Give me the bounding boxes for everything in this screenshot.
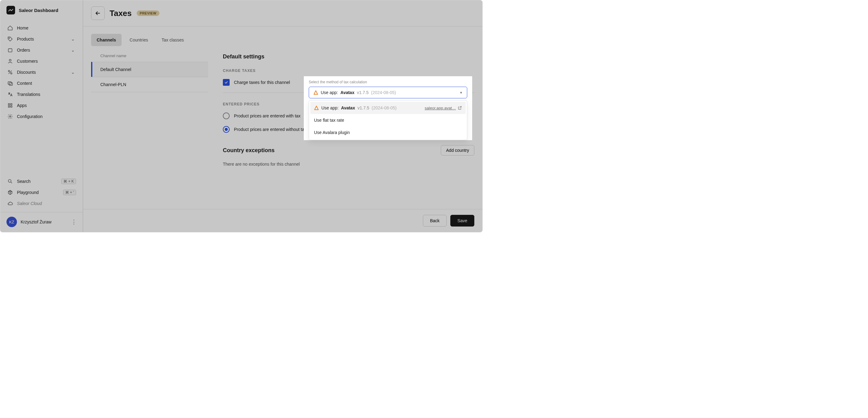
gear-icon [7,113,13,119]
option-label: Use Avalara plugin [314,130,350,135]
sidebar-item-label: Discounts [17,70,36,75]
dropdown-option-avatax[interactable]: Use app: Avatax v1.7.5 (2024-08-05) sale… [310,102,466,114]
option-link-text: saleor.app.avat… [425,106,456,110]
no-exceptions-text: There are no exceptions for this channel [223,162,474,167]
tab-countries[interactable]: Countries [124,34,154,46]
external-link-icon [458,106,462,110]
cloud-icon [7,200,13,207]
sidebar-item-label: Apps [17,103,27,108]
option-app-name: Avatax [341,105,355,110]
option-version: v1.7.5 [358,105,369,110]
user-icon [7,58,13,64]
select-label: Select the method of tax calculation [309,80,467,84]
option-label: Use flat tax rate [314,118,344,123]
sidebar-item-label: Products [17,37,34,41]
charge-taxes-label: Charge taxes for this channel [234,80,290,85]
dropdown-option-avalara[interactable]: Use Avalara plugin [310,126,466,139]
back-form-button[interactable]: Back [423,215,446,227]
search-kbd: ⌘ + K [61,179,76,184]
bottom-bar: Back Save [83,209,482,232]
svg-rect-6 [9,83,12,85]
sidebar-item-label: Content [17,81,32,86]
svg-point-4 [11,73,12,74]
tab-channels[interactable]: Channels [91,34,122,46]
tabs: Channels Countries Tax classes [91,34,474,46]
tab-tax-classes[interactable]: Tax classes [156,34,189,46]
sidebar-item-label: Search [17,179,30,184]
sidebar-item-label: Playground [17,190,39,195]
nav-bottom: Search ⌘ + K Playground ⌘ + ' Saleor Clo… [0,175,83,210]
sidebar-item-orders[interactable]: Orders ⌄ [3,44,80,56]
sidebar-item-search[interactable]: Search ⌘ + K [3,176,80,187]
preview-badge: PREVIEW [137,10,159,16]
brand: Saleor Dashboard [0,5,83,20]
sidebar-item-products[interactable]: Products ⌄ [3,34,80,44]
sidebar-item-label: Configuration [17,114,42,119]
orders-icon [7,47,13,53]
charge-taxes-heading: CHARGE TAXES [223,69,474,73]
content-icon [7,80,13,86]
add-country-button[interactable]: Add country [441,145,474,155]
playground-kbd: ⌘ + ' [63,189,76,195]
channel-list: Channel name Default Channel Channel-PLN [91,54,208,167]
sidebar-item-cloud[interactable]: Saleor Cloud [3,198,80,209]
tag-icon [7,36,13,42]
avatax-icon [314,105,319,110]
option-avatax-link[interactable]: saleor.app.avat… [425,106,462,110]
translate-icon [7,91,13,97]
back-button[interactable] [91,6,105,20]
select-version: v1.7.5 [357,90,368,95]
sidebar-item-apps[interactable]: Apps [3,100,80,111]
tax-method-select-group: Select the method of tax calculation Use… [304,76,472,140]
sidebar-item-content[interactable]: Content [3,78,80,89]
page-title: Taxes [110,9,132,18]
sidebar-item-customers[interactable]: Customers [3,56,80,67]
user-menu-button[interactable]: ⋮ [71,218,76,225]
prices-with-tax-label: Product prices are entered with tax [234,113,301,118]
sidebar: Saleor Dashboard Home Products ⌄ Orders … [0,0,83,232]
sidebar-item-label: Customers [17,59,38,64]
save-button[interactable]: Save [450,215,474,227]
sidebar-item-label: Saleor Cloud [17,201,42,206]
channel-item[interactable]: Default Channel [91,62,208,77]
user-name: Krzysztof Żuraw [21,219,52,224]
settings-title: Default settings [223,54,474,60]
option-date: (2024-08-05) [372,105,397,110]
svg-rect-8 [11,104,12,105]
chevron-down-icon: ⌄ [70,36,76,42]
brand-logo [6,6,15,14]
topbar: Taxes PREVIEW [83,0,482,27]
user-row: KŻ Krzysztof Żuraw ⋮ [0,212,83,228]
home-icon [7,25,13,31]
option-use-app: Use app: [321,105,339,110]
svg-point-0 [9,38,9,38]
sidebar-item-playground[interactable]: Playground ⌘ + ' [3,187,80,198]
prices-without-tax-radio[interactable] [223,126,229,133]
charge-taxes-checkbox[interactable] [223,79,229,86]
sidebar-item-label: Orders [17,48,30,53]
svg-rect-5 [8,82,11,84]
channel-item[interactable]: Channel-PLN [91,77,208,92]
nav-main: Home Products ⌄ Orders ⌄ Customers Disco… [0,20,83,175]
prices-without-tax-label: Product prices are entered without tax [234,127,307,132]
tax-method-dropdown: Use app: Avatax v1.7.5 (2024-08-05) sale… [309,100,467,140]
select-use-app: Use app: [321,90,338,95]
search-icon [7,178,13,184]
svg-rect-10 [11,106,12,108]
sidebar-item-configuration[interactable]: Configuration [3,111,80,122]
sidebar-item-home[interactable]: Home [3,23,80,34]
sidebar-item-translations[interactable]: Translations [3,89,80,100]
prices-with-tax-radio[interactable] [223,112,229,119]
svg-point-11 [9,116,11,117]
chevron-down-icon: ⌄ [70,47,76,53]
avatar: KŻ [6,217,17,227]
sidebar-item-discounts[interactable]: Discounts ⌄ [3,67,80,78]
percent-icon [7,69,13,75]
dropdown-option-flat[interactable]: Use flat tax rate [310,114,466,126]
country-exceptions-title: Country exceptions [223,147,275,154]
svg-point-12 [8,179,11,182]
tax-method-select[interactable]: Use app: Avatax v1.7.5 (2024-08-05) ▼ [309,87,467,98]
avatax-icon [313,90,318,95]
playground-icon [7,189,13,196]
chevron-down-icon: ▼ [460,91,463,94]
